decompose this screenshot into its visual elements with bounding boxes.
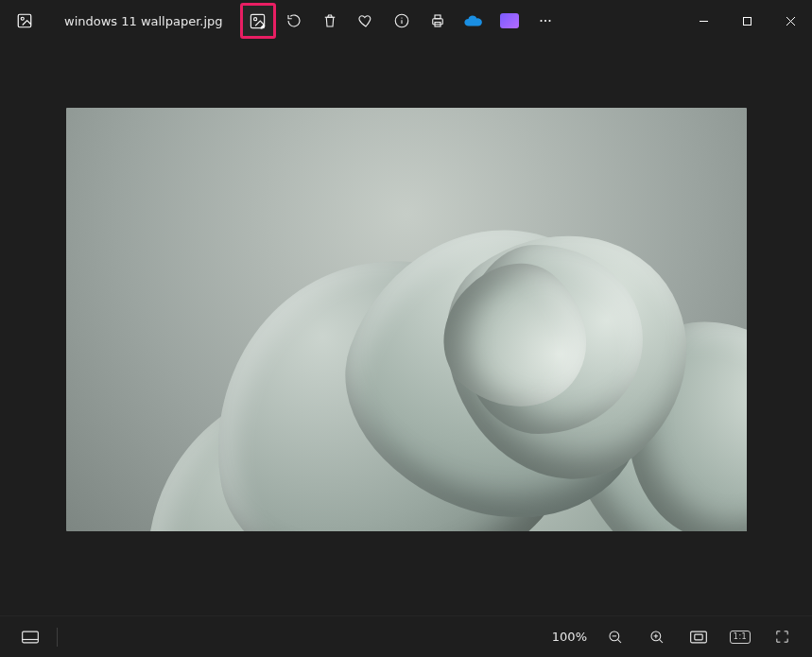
canvas-area[interactable] [0,42,812,615]
close-button[interactable] [769,5,812,37]
photos-app-icon [8,4,42,38]
svg-point-12 [548,20,550,22]
svg-rect-17 [23,631,39,643]
ratio-icon: 1:1 [730,631,751,644]
favorite-button[interactable] [348,3,384,39]
svg-point-11 [544,20,546,22]
zoom-to-fit-button[interactable] [680,620,717,654]
svg-line-20 [618,639,621,642]
svg-rect-7 [432,19,442,25]
image-viewport[interactable] [66,108,747,531]
fullscreen-button[interactable] [763,620,801,654]
actual-size-button[interactable]: 1:1 [721,620,759,654]
svg-point-6 [401,17,402,18]
onedrive-button[interactable] [456,3,492,39]
info-button[interactable] [384,3,420,39]
edit-image-button[interactable] [240,3,276,39]
svg-point-10 [540,20,542,22]
clipchamp-icon [500,13,519,28]
zoom-out-button[interactable] [596,620,634,654]
svg-rect-27 [695,634,702,640]
clipchamp-button[interactable] [492,3,527,39]
filmstrip-toggle-button[interactable] [11,620,49,654]
zoom-level: 100% [546,630,593,644]
bottom-bar: 100% 1:1 [0,615,812,657]
delete-button[interactable] [312,3,348,39]
svg-rect-26 [691,631,707,643]
svg-line-23 [660,639,663,642]
minimize-button[interactable] [682,5,725,37]
zoom-in-button[interactable] [638,620,676,654]
svg-point-1 [21,17,24,20]
svg-rect-14 [743,17,751,25]
file-name: windows 11 wallpaper.jpg [64,14,223,28]
more-button[interactable] [527,3,563,39]
print-button[interactable] [420,3,456,39]
maximize-button[interactable] [725,5,769,37]
window-controls [682,5,812,37]
svg-point-3 [254,17,257,20]
svg-rect-8 [435,15,441,19]
toolbar [240,3,563,39]
svg-rect-0 [18,14,31,27]
divider [57,628,58,647]
title-bar: windows 11 wallpaper.jpg [0,0,812,42]
rotate-button[interactable] [276,3,312,39]
